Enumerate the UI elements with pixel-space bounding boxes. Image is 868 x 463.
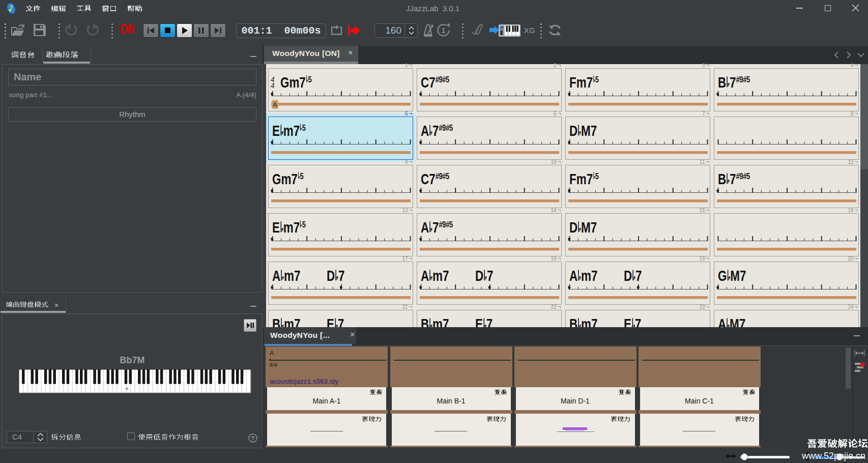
svg-text:4: 4 xyxy=(271,81,275,90)
svg-text:1: 1 xyxy=(442,26,446,35)
svg-text:A: A xyxy=(272,101,277,108)
svg-text:?: ? xyxy=(251,435,254,442)
